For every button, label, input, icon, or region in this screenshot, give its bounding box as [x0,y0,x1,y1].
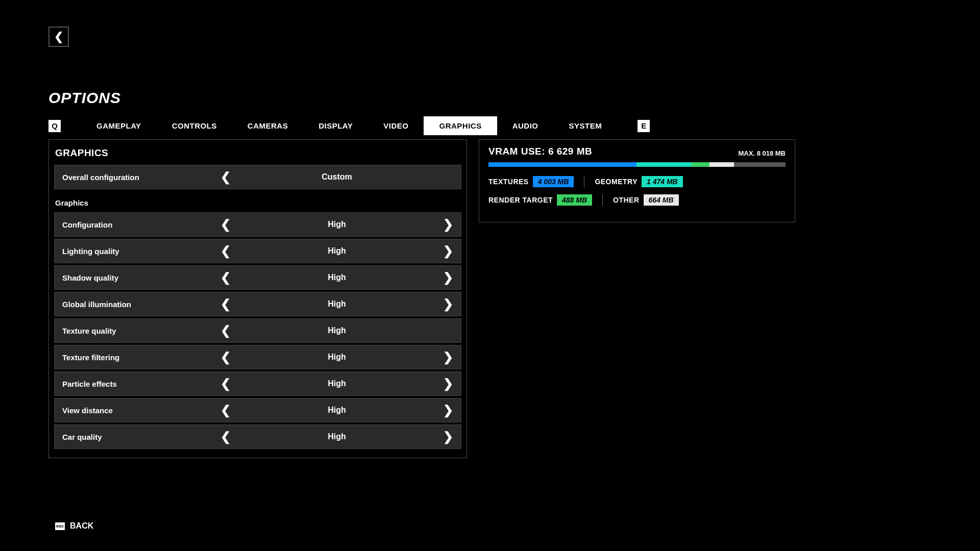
arrow-left-icon[interactable]: ❮ [213,430,238,444]
option-value: High [238,406,435,415]
vram-seg-textures [488,162,636,167]
arrow-right-icon[interactable]: ❯ [435,297,461,311]
option-label: View distance [55,406,213,415]
vram-bar [488,162,786,167]
vram-header: VRAM USE: 6 629 MB MAX. 8 018 MB [488,146,786,157]
vram-legend-row: TEXTURES4 003 MBGEOMETRY1 474 MB [488,176,786,187]
legend-value: 664 MB [644,194,679,206]
option-label: Lighting quality [55,247,213,256]
option-row-2[interactable]: Shadow quality❮High❯ [54,265,461,290]
arrow-left-icon[interactable]: ❮ [213,170,238,184]
option-row-overall[interactable]: Overall configuration❮Custom❯ [54,165,461,189]
esc-key-icon: esc [55,522,65,530]
option-label: Overall configuration [55,173,213,182]
legend-label: GEOMETRY [595,178,638,186]
back-button-footer[interactable]: esc BACK [55,521,93,531]
arrow-right-icon[interactable]: ❯ [435,403,461,417]
legend-separator [584,176,584,187]
vram-panel: VRAM USE: 6 629 MB MAX. 8 018 MB TEXTURE… [479,139,795,222]
vram-max: MAX. 8 018 MB [739,149,786,157]
legend-label: TEXTURES [488,178,529,186]
arrow-right-icon[interactable]: ❯ [435,350,461,364]
panel-subheader: Graphics [54,191,461,212]
option-value: High [238,379,435,388]
option-value: High [238,299,435,309]
option-value: High [238,353,435,362]
option-label: Texture filtering [55,353,213,362]
option-label: Configuration [55,220,213,229]
option-value: High [238,246,435,256]
tab-gameplay[interactable]: GAMEPLAY [81,116,157,135]
legend-item-render-target: RENDER TARGET488 MB [488,194,592,206]
option-row-7[interactable]: View distance❮High❯ [54,398,461,422]
panel-title: GRAPHICS [54,145,461,165]
arrow-right-icon[interactable]: ❯ [435,270,461,285]
arrow-left-icon[interactable]: ❮ [213,244,238,258]
legend-item-geometry: GEOMETRY1 474 MB [595,176,682,187]
settings-scroll[interactable]: GRAPHICS Overall configuration❮Custom❯ G… [54,145,467,453]
option-label: Texture quality [55,327,213,335]
legend-value: 4 003 MB [533,176,574,187]
option-value: High [238,220,435,229]
legend-item-textures: TEXTURES4 003 MB [488,176,574,187]
option-value: Custom [238,172,435,182]
next-tab-key-icon[interactable]: E [638,120,650,132]
arrow-right-icon[interactable]: ❯ [435,377,461,391]
option-row-0[interactable]: Configuration❮High❯ [54,212,461,237]
option-value: High [238,273,435,282]
option-row-1[interactable]: Lighting quality❮High❯ [54,239,461,263]
tab-cameras[interactable]: CAMERAS [232,116,303,135]
tab-controls[interactable]: CONTROLS [157,116,232,135]
option-label: Car quality [55,433,213,441]
option-row-4[interactable]: Texture quality❮High❯ [54,318,461,343]
option-label: Particle effects [55,380,213,388]
tab-bar: QGAMEPLAYCONTROLSCAMERASDISPLAYVIDEOGRAP… [48,116,650,135]
arrow-left-icon[interactable]: ❮ [213,323,238,338]
vram-title: VRAM USE: 6 629 MB [488,146,592,157]
vram-seg-geometry [636,162,691,167]
back-button-top[interactable]: ❮ [48,27,69,47]
arrow-left-icon[interactable]: ❮ [213,350,238,364]
legend-label: RENDER TARGET [488,196,553,204]
vram-legend-row: RENDER TARGET488 MBOTHER664 MB [488,194,786,206]
arrow-right-icon[interactable]: ❯ [435,217,461,232]
arrow-left-icon[interactable]: ❮ [213,403,238,417]
legend-separator [602,194,603,206]
vram-seg-render-target [691,162,709,167]
tab-audio[interactable]: AUDIO [497,116,554,135]
legend-value: 488 MB [557,194,592,206]
legend-label: OTHER [613,196,640,204]
arrow-left-icon[interactable]: ❮ [213,377,238,391]
back-label: BACK [70,521,93,531]
arrow-left-icon[interactable]: ❮ [213,217,238,232]
settings-panel: GRAPHICS Overall configuration❮Custom❯ G… [48,139,467,458]
tab-graphics[interactable]: GRAPHICS [424,116,497,135]
arrow-left-icon[interactable]: ❮ [213,270,238,285]
arrow-right-icon[interactable]: ❯ [435,244,461,258]
option-row-5[interactable]: Texture filtering❮High❯ [54,345,461,369]
option-value: High [238,432,435,441]
option-value: High [238,326,435,335]
option-row-8[interactable]: Car quality❮High❯ [54,424,461,449]
option-label: Global illumination [55,300,213,309]
tab-video[interactable]: VIDEO [368,116,424,135]
prev-tab-key-icon[interactable]: Q [48,120,61,132]
arrow-left-icon[interactable]: ❮ [213,297,238,311]
chevron-left-icon: ❮ [54,30,63,43]
option-row-6[interactable]: Particle effects❮High❯ [54,371,461,396]
legend-value: 1 474 MB [642,176,683,187]
page-title: OPTIONS [48,89,121,107]
option-row-3[interactable]: Global illumination❮High❯ [54,292,461,316]
legend-item-other: OTHER664 MB [613,194,679,206]
vram-seg-other [709,162,734,167]
option-label: Shadow quality [55,273,213,282]
tab-display[interactable]: DISPLAY [303,116,368,135]
arrow-right-icon[interactable]: ❯ [435,430,461,444]
tab-system[interactable]: SYSTEM [554,116,618,135]
